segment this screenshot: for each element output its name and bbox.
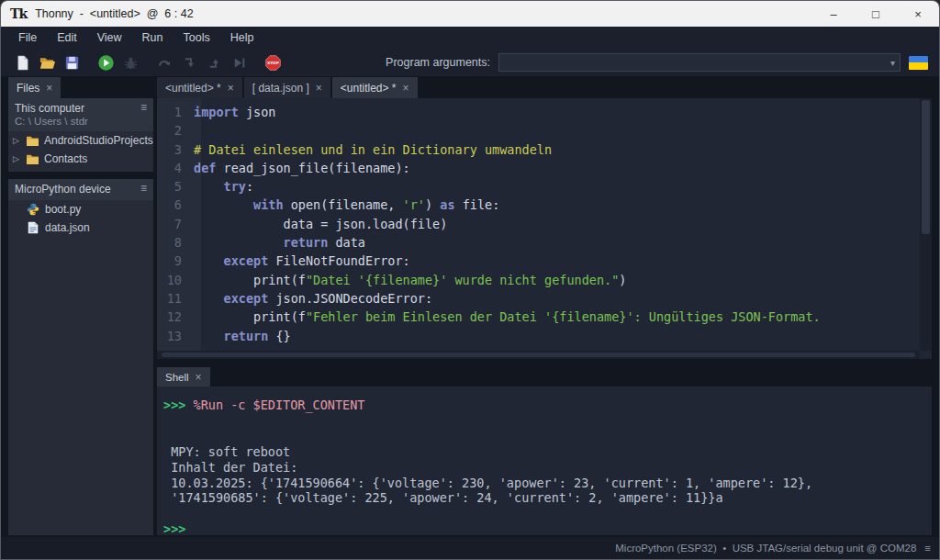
step-over-button[interactable] xyxy=(154,52,174,73)
code-line-13: 13 return {} xyxy=(157,327,919,345)
computer-file-tree: ▷AndroidStudioProjects▷Contacts xyxy=(8,131,153,172)
statusbar: MicroPython (ESP32) • USB JTAG/serial de… xyxy=(1,537,939,559)
line-number: 7 xyxy=(157,215,194,233)
line-number: 10 xyxy=(157,271,194,289)
save-file-button[interactable] xyxy=(62,52,82,73)
interpreter-status[interactable]: MicroPython (ESP32) • USB JTAG/serial de… xyxy=(615,543,916,554)
thonny-app-icon: Tk xyxy=(10,6,27,21)
debug-script-button[interactable] xyxy=(120,52,140,73)
line-number: 5 xyxy=(157,177,194,196)
run-script-button[interactable] xyxy=(95,52,116,73)
code-line-7: 7 data = json.load(file) xyxy=(157,215,919,233)
resume-icon xyxy=(230,54,248,72)
code-line-2: 2 xyxy=(157,121,919,140)
code-text: import json xyxy=(194,103,275,121)
editor-tab-label: <untitled> * xyxy=(165,82,221,95)
device-item-label: data.json xyxy=(45,221,90,234)
ukraine-flag-icon xyxy=(909,56,928,70)
new-file-button[interactable] xyxy=(12,52,32,73)
code-line-3: 3# Datei einlesen und in ein Dictionary … xyxy=(157,140,919,159)
shell-tabstrip: Shell × xyxy=(157,366,932,386)
line-number: 3 xyxy=(157,140,194,159)
shell-line: >>> xyxy=(163,521,932,535)
tree-item-androidstudioprojects[interactable]: ▷AndroidStudioProjects xyxy=(8,131,153,150)
micropython-device-panel: MicroPython device ≡ boot.pydata.json xyxy=(8,179,153,535)
menu-edit[interactable]: Edit xyxy=(47,31,87,44)
shell-tab-close-icon[interactable]: × xyxy=(196,371,202,384)
code-line-12: 12 print(f"Fehler beim Einlesen der Date… xyxy=(157,308,919,326)
main-area: Files × This computer C: \ Users \ stdr … xyxy=(1,76,939,537)
tab-close-icon[interactable]: × xyxy=(316,82,322,95)
stop-restart-button[interactable]: STOP xyxy=(263,52,283,73)
shell-line: 10.03.2025: {'1741590664': {'voltage': 2… xyxy=(163,476,932,491)
tree-item-label: Contacts xyxy=(44,152,87,165)
editor-tabstrip: <untitled> *×[ data.json ]×<untitled> *× xyxy=(157,76,932,98)
line-number: 8 xyxy=(157,233,194,252)
maximize-button[interactable]: □ xyxy=(855,1,897,27)
shell-tab[interactable]: Shell × xyxy=(157,367,210,386)
step-out-icon xyxy=(206,54,223,72)
code-line-4: 4def read_json_file(filename): xyxy=(157,159,919,177)
line-number: 4 xyxy=(157,159,194,177)
files-panel-menu-icon[interactable]: ≡ xyxy=(140,101,147,114)
tab-close-icon[interactable]: × xyxy=(403,82,409,95)
resume-button[interactable] xyxy=(229,52,249,73)
editor-horizontal-scrollbar[interactable] xyxy=(157,351,920,359)
files-tab-close-icon[interactable]: × xyxy=(46,82,52,95)
step-out-button[interactable] xyxy=(204,52,224,73)
step-into-button[interactable] xyxy=(179,52,199,73)
files-tab-label: Files xyxy=(17,82,39,95)
tree-item-contacts[interactable]: ▷Contacts xyxy=(8,150,153,168)
python-icon xyxy=(27,203,39,216)
code-editor[interactable]: 1import json23# Datei einlesen und in ei… xyxy=(157,98,932,359)
program-arguments-label: Program arguments: xyxy=(386,56,490,69)
shell-line: '1741590685': {'voltage': 225, 'apower':… xyxy=(163,490,932,506)
shell-line: >>> %Run -c $EDITOR_CONTENT xyxy=(163,398,932,413)
files-tab[interactable]: Files × xyxy=(8,77,61,98)
device-item-boot.py[interactable]: boot.py xyxy=(8,200,153,218)
code-text: return {} xyxy=(194,327,291,345)
this-computer-header[interactable]: This computer C: \ Users \ stdr ≡ xyxy=(8,98,153,131)
editor-tab-2[interactable]: <untitled> *× xyxy=(332,77,418,98)
menu-help[interactable]: Help xyxy=(220,31,264,44)
editor-tab-0[interactable]: <untitled> *× xyxy=(157,77,242,98)
line-number: 11 xyxy=(157,289,194,308)
editor-tab-label: [ data.json ] xyxy=(252,82,309,95)
editor-column: <untitled> *×[ data.json ]×<untitled> *×… xyxy=(157,76,932,535)
line-number: 1 xyxy=(157,103,194,121)
expand-chevron-icon[interactable]: ▷ xyxy=(13,136,21,145)
menu-tools[interactable]: Tools xyxy=(173,31,220,44)
shell-tab-label: Shell xyxy=(165,372,189,383)
shell-line xyxy=(163,429,932,444)
this-computer-path: C: \ Users \ stdr xyxy=(15,116,147,127)
open-file-button[interactable] xyxy=(37,52,57,73)
expand-chevron-icon[interactable]: ▷ xyxy=(13,154,21,163)
editor-vertical-scrollbar[interactable] xyxy=(920,98,932,351)
window-title: Thonny - <untitled> @ 6 : 42 xyxy=(35,7,194,20)
debug-script-icon xyxy=(122,54,140,72)
shell-panel[interactable]: >>> %Run -c $EDITOR_CONTENT MPY: soft re… xyxy=(157,386,932,535)
statusbar-menu-icon[interactable]: ≡ xyxy=(924,543,931,554)
device-header[interactable]: MicroPython device ≡ xyxy=(8,179,153,200)
open-file-icon xyxy=(39,54,56,72)
tab-close-icon[interactable]: × xyxy=(228,82,234,95)
code-text: return data xyxy=(194,233,365,252)
device-panel-menu-icon[interactable]: ≡ xyxy=(140,182,147,195)
menu-run[interactable]: Run xyxy=(132,31,173,44)
shell-line xyxy=(163,506,932,521)
thonny-window: Tk Thonny - <untitled> @ 6 : 42 – □ × Fi… xyxy=(0,0,940,560)
close-button[interactable]: × xyxy=(897,1,939,27)
minimize-button[interactable]: – xyxy=(812,1,855,27)
shell-line: Inhalt der Datei: xyxy=(163,460,932,476)
menu-file[interactable]: File xyxy=(8,31,47,44)
editor-shell-divider[interactable] xyxy=(157,359,932,366)
menu-view[interactable]: View xyxy=(87,31,132,44)
code-text: except FileNotFoundError: xyxy=(194,252,410,270)
program-arguments-input[interactable]: ▾ xyxy=(498,53,901,72)
files-tabstrip: Files × xyxy=(8,76,153,98)
chevron-down-icon[interactable]: ▾ xyxy=(890,58,895,68)
toolbar: STOP Program arguments: ▾ xyxy=(1,49,939,76)
code-text: data = json.load(file) xyxy=(194,215,447,233)
editor-tab-1[interactable]: [ data.json ]× xyxy=(244,77,330,98)
device-item-data.json[interactable]: data.json xyxy=(8,218,153,237)
